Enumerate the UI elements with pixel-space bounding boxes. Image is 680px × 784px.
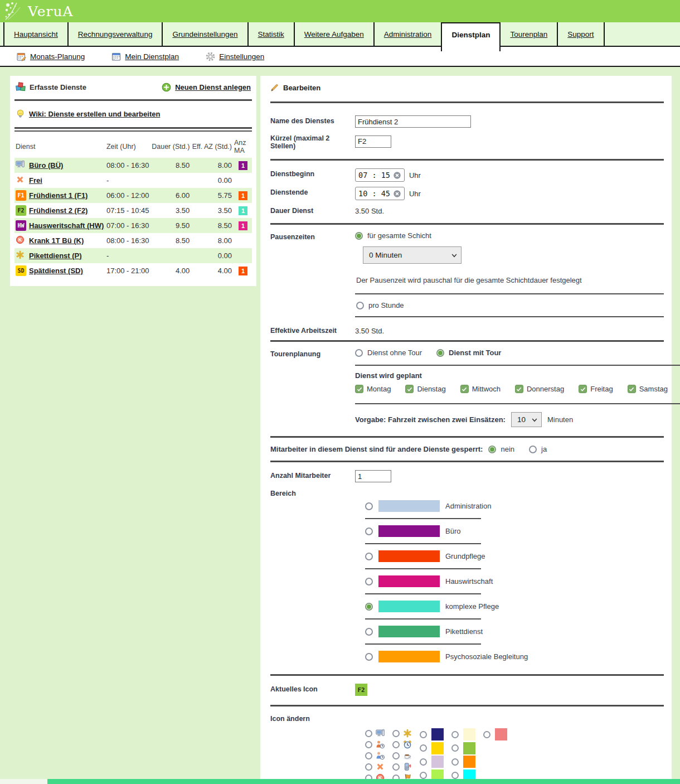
- tab-label[interactable]: Hauptansicht: [14, 30, 58, 38]
- tab-label[interactable]: Weitere Aufgaben: [304, 30, 364, 38]
- radio-dienst-mit-tour[interactable]: [436, 349, 444, 357]
- radio-pro-stunde-label[interactable]: pro Stunde: [368, 301, 404, 309]
- tab-label[interactable]: Administration: [384, 30, 432, 38]
- checkbox-dienstag[interactable]: [405, 385, 414, 393]
- weekday-label[interactable]: Samstag: [639, 385, 668, 393]
- icon-option-radio[interactable]: [365, 741, 372, 748]
- tab-tourenplan[interactable]: Tourenplan: [501, 22, 558, 46]
- color-option-radio[interactable]: [420, 772, 427, 779]
- dienstbeginn-input[interactable]: 07 : 15: [355, 168, 405, 182]
- tab-weitere-aufgaben[interactable]: Weitere Aufgaben: [295, 22, 375, 46]
- color-option-radio[interactable]: [451, 744, 459, 752]
- kuerzel-input[interactable]: [355, 135, 391, 148]
- color-option-radio[interactable]: [451, 758, 459, 766]
- tab-support[interactable]: Support: [558, 22, 604, 46]
- radio-pro-stunde[interactable]: [356, 302, 364, 309]
- new-service-link-text[interactable]: Neuen Dienst anlegen: [175, 83, 251, 91]
- bereich-option-label[interactable]: Psychosoziale Begleitung: [445, 652, 528, 661]
- checkbox-montag[interactable]: [355, 385, 363, 393]
- subnav-item-mein-dienstplan[interactable]: Mein Dienstplan: [111, 52, 179, 61]
- icon-option-radio[interactable]: [392, 741, 400, 748]
- tab-label[interactable]: Grundeinstellungen: [172, 30, 237, 38]
- color-option-radio[interactable]: [451, 772, 459, 779]
- bereich-option-label[interactable]: Grundpflege: [445, 552, 485, 560]
- bereich-radio[interactable]: [365, 603, 373, 611]
- checkbox-donnerstag[interactable]: [515, 385, 523, 393]
- bereich-option-label[interactable]: Pikettdienst: [445, 627, 483, 636]
- tab-label[interactable]: Statistik: [258, 30, 284, 38]
- color-option-radio[interactable]: [420, 758, 427, 766]
- radio-gesperrt-ja[interactable]: [529, 446, 537, 453]
- tab-rechnungsverwaltung[interactable]: Rechnungsverwaltung: [69, 22, 163, 46]
- weekday-label[interactable]: Donnerstag: [527, 385, 564, 393]
- bereich-option-label[interactable]: Büro: [445, 527, 460, 535]
- pausen-select[interactable]: 0 Minuten: [363, 246, 462, 264]
- checkbox-samstag[interactable]: [628, 385, 636, 393]
- bereich-option-label[interactable]: Hauswirtschaft: [445, 577, 493, 585]
- color-option-radio[interactable]: [420, 731, 427, 738]
- radio-dienst-ohne-tour[interactable]: [355, 349, 363, 357]
- tab-label[interactable]: Rechnungsverwaltung: [78, 30, 153, 38]
- anzahl-mitarbeiter-input[interactable]: [355, 470, 391, 482]
- radio-gesperrt-ja-label[interactable]: ja: [541, 445, 547, 453]
- bereich-radio[interactable]: [365, 578, 373, 585]
- bereich-option-label[interactable]: Administration: [445, 502, 491, 510]
- service-name-link[interactable]: Hausweritschaft (HW): [29, 221, 104, 230]
- fahrzeit-select[interactable]: 10: [511, 412, 542, 427]
- radio-dienst-ohne-tour-label[interactable]: Dienst ohne Tour: [367, 349, 422, 357]
- service-name-link[interactable]: Spätdienst (SD): [29, 267, 83, 275]
- icon-option-radio[interactable]: [392, 730, 400, 737]
- bereich-radio[interactable]: [365, 653, 373, 661]
- tab-dienstplan[interactable]: Dienstplan: [441, 22, 501, 51]
- bereich-radio[interactable]: [365, 628, 373, 636]
- subnav-item-monats-planung[interactable]: Monats-Planung: [17, 52, 85, 61]
- bereich-radio[interactable]: [365, 527, 373, 535]
- tab-label[interactable]: Dienstplan: [451, 31, 490, 39]
- tab-label[interactable]: Tourenplan: [510, 30, 547, 38]
- dienstbeginn-value[interactable]: 07 : 15: [358, 171, 390, 180]
- clear-time-icon[interactable]: [393, 190, 401, 198]
- tab-administration[interactable]: Administration: [375, 22, 443, 46]
- tab-label[interactable]: Support: [567, 30, 594, 38]
- tab-hauptansicht[interactable]: Hauptansicht: [3, 22, 69, 46]
- service-name-link[interactable]: Frühdienst 1 (F1): [29, 191, 88, 200]
- subnav-item-label[interactable]: Einstellungen: [219, 52, 264, 61]
- service-name-link[interactable]: Frühdienst 2 (F2): [29, 206, 88, 215]
- radio-dienst-mit-tour-label[interactable]: Dienst mit Tour: [449, 349, 501, 357]
- dienstende-value[interactable]: 10 : 45: [358, 189, 390, 198]
- weekday-label[interactable]: Mittwoch: [472, 385, 501, 393]
- icon-option-radio[interactable]: [365, 752, 372, 759]
- wiki-link-text[interactable]: Wiki: Dienste erstellen und bearbeiten: [29, 110, 160, 118]
- subnav-item-label[interactable]: Monats-Planung: [30, 52, 85, 61]
- tab-statistik[interactable]: Statistik: [249, 22, 295, 46]
- checkbox-freitag[interactable]: [579, 385, 587, 393]
- icon-option-radio[interactable]: [392, 752, 400, 759]
- radio-gesamte-schicht[interactable]: [355, 232, 363, 240]
- icon-option-radio[interactable]: [392, 763, 400, 771]
- subnav-item-einstellungen[interactable]: Einstellungen: [206, 52, 264, 61]
- service-name-link[interactable]: Pikettdienst (P): [29, 251, 82, 260]
- icon-option-radio[interactable]: [365, 730, 372, 737]
- bereich-radio[interactable]: [365, 553, 373, 560]
- weekday-label[interactable]: Freitag: [590, 385, 613, 393]
- name-input[interactable]: [355, 115, 471, 128]
- service-name-link[interactable]: Frei: [29, 176, 42, 185]
- tab-grundeinstellungen[interactable]: Grundeinstellungen: [163, 22, 248, 46]
- checkbox-mittwoch[interactable]: [460, 385, 469, 393]
- service-name-link[interactable]: Büro (BÜ): [29, 161, 63, 170]
- new-service-link[interactable]: Neuen Dienst anlegen: [162, 83, 251, 92]
- bereich-option-label[interactable]: komplexe Pflege: [445, 602, 499, 611]
- icon-option-radio[interactable]: [365, 763, 372, 771]
- radio-gesperrt-nein-label[interactable]: nein: [501, 445, 514, 453]
- color-option-radio[interactable]: [451, 731, 459, 738]
- wiki-link-row[interactable]: Wiki: Dienste erstellen und bearbeiten: [14, 106, 252, 122]
- bereich-radio[interactable]: [365, 502, 373, 510]
- weekday-label[interactable]: Montag: [367, 385, 391, 393]
- dienstende-input[interactable]: 10 : 45: [355, 187, 405, 200]
- radio-gesperrt-nein[interactable]: [488, 446, 496, 453]
- color-option-radio[interactable]: [420, 744, 427, 752]
- service-name-link[interactable]: Krank 1T Bü (K): [29, 236, 84, 245]
- subnav-item-label[interactable]: Mein Dienstplan: [125, 52, 179, 61]
- weekday-label[interactable]: Dienstag: [417, 385, 445, 393]
- color-option-radio[interactable]: [483, 731, 490, 738]
